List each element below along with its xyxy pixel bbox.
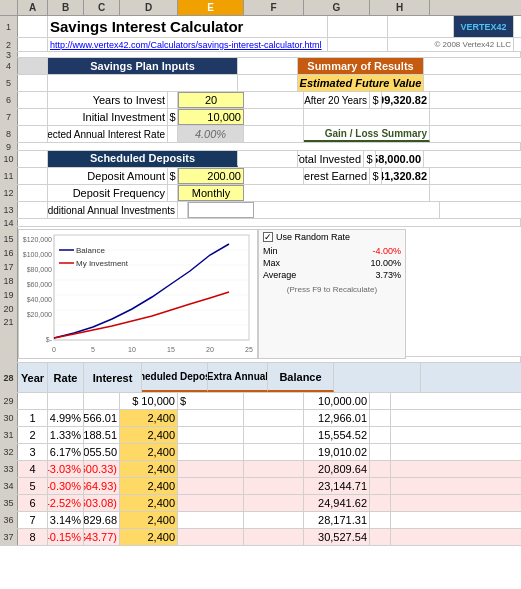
cell-5F xyxy=(238,75,298,91)
interest-amount: 41,320.82 xyxy=(382,168,430,184)
cell-32rate: 6.17% xyxy=(48,444,84,460)
cell-35bal xyxy=(244,495,304,511)
cell-32extra xyxy=(178,444,244,460)
avg-label: Average xyxy=(263,270,296,280)
summary-header: Summary of Results xyxy=(298,58,424,74)
random-rate-checkbox[interactable]: ✓ xyxy=(263,232,273,242)
interest-dollar: $ xyxy=(370,168,382,184)
col-header-B: B xyxy=(48,0,84,15)
row-10: 10 Scheduled Deposits Total Invested $ 5… xyxy=(0,151,521,168)
svg-text:$-: $- xyxy=(46,336,53,343)
rownum-1: 1 xyxy=(0,16,18,37)
cell-5BC xyxy=(48,75,238,91)
cell-32dep: 2,400 xyxy=(120,444,178,460)
rownum-6: 6 xyxy=(0,92,18,108)
annual-inv-input[interactable] xyxy=(188,202,254,218)
cell-7A xyxy=(18,109,48,125)
cell-29bal xyxy=(244,393,304,409)
cell-33int: ($600.33) xyxy=(84,461,120,477)
cell-37int: ($43.77) xyxy=(84,529,120,545)
th-extra: Extra Annual xyxy=(208,363,268,392)
th-extra2 xyxy=(334,363,421,392)
th-year: Year xyxy=(18,363,48,392)
cell-32x xyxy=(370,444,391,460)
rownum-14: 14 xyxy=(0,219,18,226)
row-35: 35 6 -2.52% ($603.08) 2,400 24,941.62 xyxy=(0,495,521,512)
rownum-33: 33 xyxy=(0,461,18,477)
initial-input[interactable]: 10,000 xyxy=(178,109,244,125)
col-header-E: E xyxy=(178,0,244,15)
rownum-chart: 15 16 17 18 19 20 21 xyxy=(0,227,18,357)
total-invested-label: Total Invested xyxy=(298,151,364,167)
row-6: 6 Years to Invest 20 Value After 20 Year… xyxy=(0,92,521,109)
interest-earned-label: Interest Earned xyxy=(304,168,370,184)
cell-35dep: 2,400 xyxy=(120,495,178,511)
deposit-amount-label: Deposit Amount xyxy=(48,168,168,184)
years-input[interactable]: 20 xyxy=(178,92,244,108)
cell-url[interactable]: http://www.vertex42.com/Calculators/savi… xyxy=(48,38,328,51)
cell-36bal xyxy=(244,512,304,528)
cell-33rate: -3.03% xyxy=(48,461,84,477)
cell-29year xyxy=(18,393,48,409)
cell-37dep: 2,400 xyxy=(120,529,178,545)
cell-10A xyxy=(18,151,48,167)
cell-36dep: 2,400 xyxy=(120,512,178,528)
cell-30extra xyxy=(178,410,244,426)
row-8: 8 Expected Annual Interest Rate 4.00% Ga… xyxy=(0,126,521,143)
cell-33dep: 2,400 xyxy=(120,461,178,477)
row-33: 33 4 -3.03% ($600.33) 2,400 20,809.64 xyxy=(0,461,521,478)
cell-34dep: 2,400 xyxy=(120,478,178,494)
deposit-freq-input[interactable]: Monthly xyxy=(178,185,244,201)
row-2: 2 http://www.vertex42.com/Calculators/sa… xyxy=(0,38,521,52)
cell-8F xyxy=(244,126,304,142)
row-31: 31 2 1.33% $188.51 2,400 15,554.52 xyxy=(0,427,521,444)
deposit-amount-input[interactable]: 200.00 xyxy=(178,168,244,184)
cell-12A xyxy=(18,185,48,201)
min-label: Min xyxy=(263,246,278,256)
deposits-header: Scheduled Deposits xyxy=(48,151,238,167)
cell-30year: 1 xyxy=(18,410,48,426)
cell-6F xyxy=(244,92,304,108)
cell-1F xyxy=(328,16,388,37)
cell-4A xyxy=(18,58,48,74)
min-rate-row: Min -4.00% xyxy=(263,245,401,257)
cell-2A xyxy=(18,38,48,51)
svg-text:25: 25 xyxy=(245,346,253,353)
value-after-label: Value After 20 Years xyxy=(304,92,370,108)
col-header-A: A xyxy=(18,0,48,15)
cell-6D xyxy=(168,92,178,108)
cell-35balval: 24,941.62 xyxy=(304,495,370,511)
rownum-7: 7 xyxy=(0,109,18,125)
row-29: 29 $ 10,000 $ 10,000.00 xyxy=(0,393,521,410)
row-num-header xyxy=(0,0,18,15)
value-amount: 99,320.82 xyxy=(382,92,430,108)
cell-35int: ($603.08) xyxy=(84,495,120,511)
cell-31extra xyxy=(178,427,244,443)
column-headers: A B C D E F G H xyxy=(0,0,521,16)
rownum-31: 31 xyxy=(0,427,18,443)
cell-10F xyxy=(238,151,298,167)
initial-label: Initial Investment xyxy=(48,109,168,125)
value-dollar: $ xyxy=(370,92,382,108)
row-32: 32 3 6.17% $1,055.50 2,400 19,010.02 xyxy=(0,444,521,461)
svg-text:0: 0 xyxy=(52,346,56,353)
cell-31bal xyxy=(244,427,304,443)
rownum-28: 28 xyxy=(0,363,18,392)
svg-text:$40,000: $40,000 xyxy=(27,296,52,303)
rownum-35: 35 xyxy=(0,495,18,511)
rownum-8: 8 xyxy=(0,126,18,142)
chart-svg: $120,000 $100,000 $80,000 $60,000 $40,00… xyxy=(19,230,259,360)
rownum-36: 36 xyxy=(0,512,18,528)
svg-text:Balance: Balance xyxy=(76,246,105,255)
rows-container: 1 Savings Interest Calculator VERTEX42 2… xyxy=(0,16,521,589)
cell-37bal xyxy=(244,529,304,545)
cell-14 xyxy=(18,219,521,226)
cell-29rate xyxy=(48,393,84,409)
cell-34year: 5 xyxy=(18,478,48,494)
row-34: 34 5 -0.30% ($64.93) 2,400 23,144.71 xyxy=(0,478,521,495)
logo-cell: VERTEX42 xyxy=(454,16,514,37)
cell-33balval: 20,809.64 xyxy=(304,461,370,477)
cell-32int: $1,055.50 xyxy=(84,444,120,460)
random-rate-panel: ✓ Use Random Rate Min -4.00% Max 10.00% … xyxy=(258,229,406,359)
cell-11A xyxy=(18,168,48,184)
